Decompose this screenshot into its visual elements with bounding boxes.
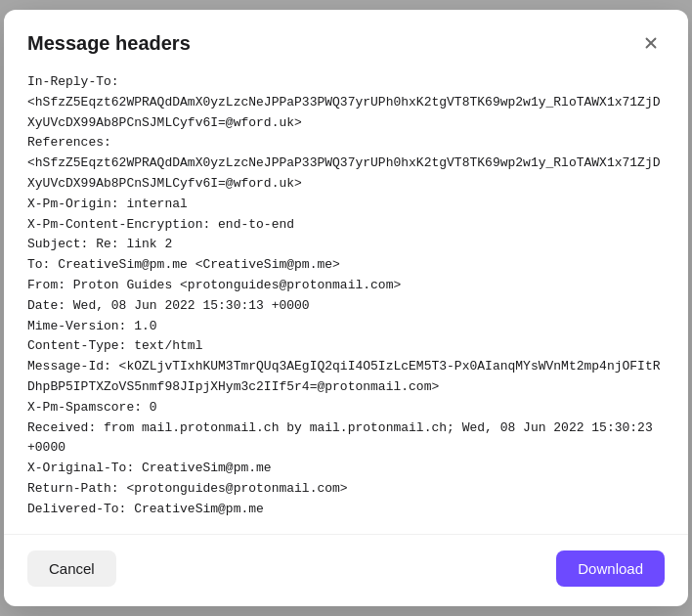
close-button[interactable] [637,29,665,57]
modal-dialog: Message headers In-Reply-To: <hSfzZ5Eqzt… [4,10,688,606]
modal-header: Message headers [4,10,688,72]
header-content-text: In-Reply-To: <hSfzZ5Eqzt62WPRAQdDAmX0yzL… [27,72,665,534]
modal-body: In-Reply-To: <hSfzZ5Eqzt62WPRAQdDAmX0yzL… [4,72,688,534]
modal-title: Message headers [27,32,191,55]
modal-footer: Cancel Download [4,534,688,606]
modal-overlay: Message headers In-Reply-To: <hSfzZ5Eqzt… [0,0,692,616]
download-button[interactable]: Download [556,550,665,587]
cancel-button[interactable]: Cancel [27,550,116,587]
